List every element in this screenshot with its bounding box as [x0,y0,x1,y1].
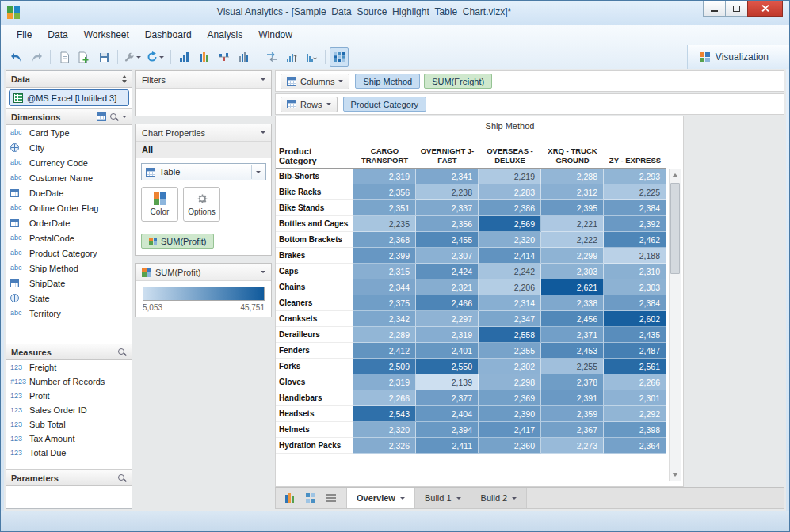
search-icon[interactable] [109,112,119,122]
new-dashboard-button[interactable] [74,48,94,66]
new-worksheet-tab-button[interactable] [281,489,300,507]
redo-button[interactable] [27,48,46,66]
heatmap-cell[interactable]: 2,299 [541,248,604,264]
sheet-list-button[interactable] [322,489,341,507]
heatmap-cell[interactable]: 2,392 [604,216,666,232]
heatmap-cell[interactable]: 2,401 [416,343,479,359]
heatmap-cell[interactable]: 2,367 [541,422,604,438]
scroll-down-button[interactable] [670,469,681,481]
heatmap-cell[interactable]: 2,319 [416,327,479,343]
field-state[interactable]: State [6,291,132,306]
heatmap-cell[interactable]: 2,347 [479,311,541,327]
sort-data-sources-icon[interactable] [122,75,127,83]
filters-card-header[interactable]: Filters [136,71,271,89]
row-label[interactable]: Bottles and Cages [276,216,353,232]
column-header-cargo-transport[interactable]: CARGO TRANSPORT [353,135,416,168]
row-label[interactable]: Fenders [276,343,353,359]
heatmap-cell[interactable]: 2,386 [479,200,541,216]
heatmap-cell[interactable]: 2,543 [353,406,416,422]
visualization-button[interactable]: Visualization [687,45,789,69]
heatmap-cell[interactable]: 2,235 [353,216,416,232]
heatmap-cell[interactable]: 2,368 [353,232,416,248]
color-button[interactable]: Color [141,187,178,222]
heatmap-cell[interactable]: 2,303 [541,264,604,279]
heatmap-cell[interactable]: 2,289 [353,327,416,343]
heatmap-cell[interactable]: 2,337 [416,200,479,216]
field-online-order-flag[interactable]: abcOnline Order Flag [6,200,132,215]
heatmap-cell[interactable]: 2,487 [604,343,666,359]
columns-shelf-button[interactable]: Columns [281,74,349,89]
heatmap-cell[interactable]: 2,569 [479,216,541,232]
field-currency-code[interactable]: abcCurrency Code [6,155,132,170]
legend-gradient[interactable] [143,287,265,301]
search-icon[interactable] [117,348,127,357]
heatmap-cell[interactable]: 2,435 [604,327,666,343]
minimize-button[interactable] [703,1,726,17]
heatmap-cell[interactable]: 2,384 [604,200,666,216]
swap-axes-button[interactable] [262,48,281,66]
heatmap-cell[interactable]: 2,292 [604,406,666,422]
pill-product-category[interactable]: Product Category [343,97,427,112]
row-dimension-header[interactable]: Product Category [276,135,353,168]
row-label[interactable]: Cranksets [276,311,353,327]
row-label[interactable]: Forks [276,359,353,374]
heatmap-cell[interactable]: 2,338 [541,295,604,311]
row-label[interactable]: Hydration Packs [276,438,353,454]
row-label[interactable]: Cleaners [276,295,353,311]
heatmap-cell[interactable]: 2,301 [604,390,666,406]
row-label[interactable]: Brakes [276,248,353,264]
chart-properties-header[interactable]: Chart Properties [136,124,271,142]
chart-type-select[interactable]: Table [141,163,266,180]
data-source-item[interactable]: @MS Excel [Untitled 3] [9,89,129,106]
field-postalcode[interactable]: abcPostalCode [6,230,132,245]
legend-header[interactable]: SUM(Profit) [136,264,271,281]
field-number-of-records[interactable]: #123Number of Records [6,374,132,389]
heatmap-cell[interactable]: 2,222 [541,232,604,248]
heatmap-cell[interactable]: 2,384 [604,295,666,311]
heatmap-cell[interactable]: 2,302 [479,359,541,374]
heatmap-cell[interactable]: 2,298 [479,374,541,390]
heatmap-cell[interactable]: 2,455 [416,232,479,248]
heatmap-cell[interactable]: 2,558 [479,327,541,343]
heatmap-cell[interactable]: 2,395 [541,200,604,216]
heatmap-cell[interactable]: 2,360 [479,438,541,454]
heatmap-cell[interactable]: 2,351 [353,200,416,216]
heatmap-cell[interactable]: 2,238 [416,184,479,200]
heatmap-cell[interactable]: 2,364 [604,438,666,454]
field-customer-name[interactable]: abcCustomer Name [6,170,132,185]
heatmap-cell[interactable]: 2,320 [479,232,541,248]
heatmap-cell[interactable]: 2,391 [541,390,604,406]
heatmap-cell[interactable]: 2,319 [353,169,416,184]
tools-button[interactable] [122,48,143,66]
heatmap-cell[interactable]: 2,266 [604,374,666,390]
field-tax-amount[interactable]: 123Tax Amount [6,431,132,446]
heatmap-cell[interactable]: 2,341 [416,169,479,184]
row-label[interactable]: Derailleurs [276,327,353,343]
heatmap-cell[interactable]: 2,424 [416,264,479,279]
heatmap-cell[interactable]: 2,266 [353,390,416,406]
heatmap-cell[interactable]: 2,561 [604,359,666,374]
heatmap-cell[interactable]: 2,342 [353,311,416,327]
heatmap-cell[interactable]: 2,371 [541,327,604,343]
highlight-table-button[interactable] [330,48,349,66]
tab-overview[interactable]: Overview [346,488,415,508]
menu-item-worksheet[interactable]: Worksheet [76,26,137,44]
maximize-button[interactable] [725,1,748,17]
heatmap-cell[interactable]: 2,417 [479,422,541,438]
vertical-scrollbar[interactable] [669,169,681,481]
heatmap-cell[interactable]: 2,398 [604,422,666,438]
row-label[interactable]: Chains [276,279,353,295]
heatmap-cell[interactable]: 2,378 [541,374,604,390]
heatmap-cell[interactable]: 2,359 [541,406,604,422]
heatmap-cell[interactable]: 2,411 [416,438,479,454]
heatmap-cell[interactable]: 2,188 [604,248,666,264]
row-label[interactable]: Bike Racks [276,184,353,200]
row-label[interactable]: Bib-Shorts [276,169,353,184]
field-sales-order-id[interactable]: 123Sales Order ID [6,403,132,417]
heatmap-cell[interactable]: 2,602 [604,311,666,327]
heatmap-cell[interactable]: 2,255 [541,359,604,374]
pill-ship-method[interactable]: Ship Method [355,74,420,89]
column-header-xrq-truck-ground[interactable]: XRQ - TRUCK GROUND [541,135,604,168]
heatmap-cell[interactable]: 2,466 [416,295,479,311]
column-header-overseas-deluxe[interactable]: OVERSEAS - DELUXE [479,135,541,168]
